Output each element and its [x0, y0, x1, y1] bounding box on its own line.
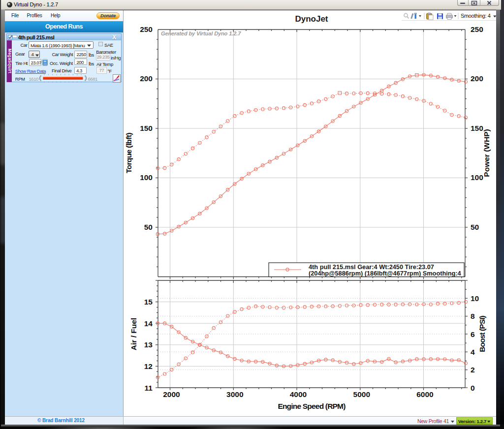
svg-text:DynoJet: DynoJet: [295, 14, 328, 24]
svg-text:4000: 4000: [290, 390, 307, 398]
svg-text:0: 0: [471, 384, 475, 392]
svg-text:Generated by Virtual Dyno 1.2.: Generated by Virtual Dyno 1.2.7: [161, 31, 241, 36]
svg-text:11: 11: [145, 384, 153, 392]
svg-text:13: 13: [144, 340, 153, 349]
svg-text:Torque (lbft): Torque (lbft): [125, 132, 133, 173]
svg-text:Smoothing: 4: Smoothing: 4: [461, 13, 491, 19]
svg-text:Air / Fuel: Air / Fuel: [129, 318, 138, 350]
svg-text:250: 250: [140, 25, 153, 33]
svg-text:100: 100: [471, 173, 483, 182]
svg-text:50: 50: [144, 223, 153, 231]
svg-text:Power (WHP): Power (WHP): [482, 129, 491, 177]
svg-text:Engine Speed (RPM): Engine Speed (RPM): [278, 402, 346, 410]
svg-text:8: 8: [471, 312, 475, 320]
svg-text:200: 200: [140, 74, 153, 83]
svg-text:12: 12: [144, 362, 153, 370]
svg-text:14: 14: [144, 319, 153, 328]
svg-text:6: 6: [471, 330, 475, 338]
svg-text:2000: 2000: [163, 390, 180, 398]
svg-text:Boost (PSI): Boost (PSI): [478, 315, 486, 352]
svg-text:2: 2: [471, 366, 475, 374]
svg-text:50: 50: [471, 223, 479, 231]
svg-text:200: 200: [471, 74, 483, 83]
svg-text:6000: 6000: [416, 390, 433, 398]
svg-text:3000: 3000: [226, 390, 243, 398]
svg-text:100: 100: [140, 173, 153, 182]
svg-text:(204hp@5886rpm) (186lbft@4677r: (204hp@5886rpm) (186lbft@4677rpm) Smooth…: [309, 270, 462, 277]
svg-text:150: 150: [140, 124, 153, 132]
svg-text:5000: 5000: [353, 390, 370, 398]
svg-text:10: 10: [471, 294, 479, 303]
svg-text:15: 15: [144, 298, 153, 306]
svg-text:150: 150: [471, 124, 483, 132]
svg-text:4: 4: [471, 348, 475, 356]
svg-text:250: 250: [471, 25, 483, 33]
